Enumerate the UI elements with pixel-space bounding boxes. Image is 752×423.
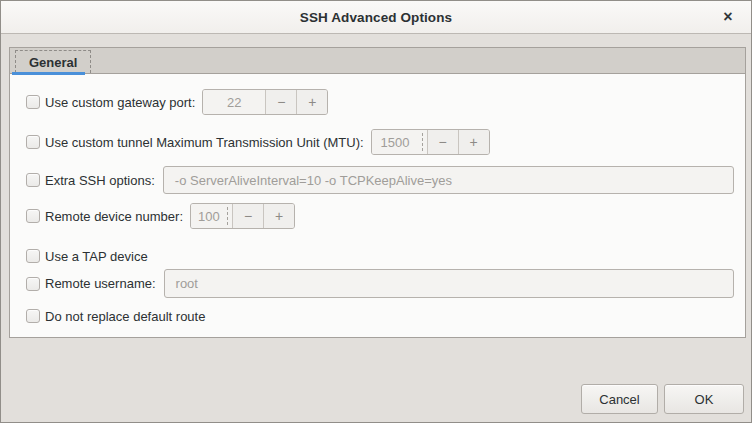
tap-device-checkbox[interactable] (26, 249, 40, 263)
remote-username-checkbox[interactable] (26, 277, 40, 291)
gateway-port-label[interactable]: Use custom gateway port: (45, 95, 195, 110)
tab-bar: General (10, 48, 745, 74)
gateway-port-checkbox[interactable] (26, 95, 40, 109)
cancel-button[interactable]: Cancel (581, 384, 658, 414)
mtu-spinbutton: 1500 − + (371, 129, 490, 155)
remote-device-number-label[interactable]: Remote device number: (45, 209, 183, 224)
gateway-port-spinbutton: 22 − + (202, 89, 328, 115)
notebook: General Use custom gateway port: 22 − + … (9, 47, 746, 338)
plus-icon[interactable]: + (263, 204, 294, 228)
row-remote-device-number: Remote device number: 100 − + (26, 203, 734, 229)
ok-button[interactable]: OK (664, 384, 744, 414)
default-route-label[interactable]: Do not replace default route (45, 309, 205, 324)
row-gateway-port: Use custom gateway port: 22 − + (26, 89, 734, 115)
window-title: SSH Advanced Options (300, 10, 452, 25)
ssh-advanced-options-dialog: { "window": { "title": "SSH Advanced Opt… (0, 0, 752, 423)
default-route-checkbox[interactable] (26, 309, 40, 323)
row-extra-ssh-options: Extra SSH options: -o ServerAliveInterva… (26, 166, 734, 194)
mtu-value[interactable]: 1500 (372, 130, 427, 154)
titlebar: SSH Advanced Options × (1, 1, 751, 34)
close-icon[interactable]: × (718, 9, 738, 25)
plus-icon[interactable]: + (296, 90, 327, 114)
row-default-route: Do not replace default route (26, 303, 734, 329)
active-tab-indicator (12, 72, 85, 75)
gateway-port-value[interactable]: 22 (203, 90, 265, 114)
remote-device-number-value[interactable]: 100 (191, 204, 232, 228)
row-mtu: Use custom tunnel Maximum Transmission U… (26, 129, 734, 155)
extra-ssh-options-label[interactable]: Extra SSH options: (45, 173, 155, 188)
row-remote-username: Remote username: root (26, 269, 734, 298)
tab-general[interactable]: General (15, 50, 91, 73)
mtu-label[interactable]: Use custom tunnel Maximum Transmission U… (45, 135, 364, 150)
minus-icon[interactable]: − (427, 130, 458, 154)
minus-icon[interactable]: − (232, 204, 263, 228)
plus-icon[interactable]: + (458, 130, 489, 154)
mtu-checkbox[interactable] (26, 135, 40, 149)
tab-content-general: Use custom gateway port: 22 − + Use cust… (10, 74, 745, 329)
remote-username-input[interactable]: root (164, 269, 734, 298)
remote-device-number-spinbutton: 100 − + (190, 203, 295, 229)
tap-device-label[interactable]: Use a TAP device (45, 249, 148, 264)
remote-username-label[interactable]: Remote username: (45, 276, 156, 291)
extra-ssh-options-checkbox[interactable] (26, 173, 40, 187)
row-tap-device: Use a TAP device (26, 243, 734, 269)
extra-ssh-options-input[interactable]: -o ServerAliveInterval=10 -o TCPKeepAliv… (163, 166, 734, 194)
minus-icon[interactable]: − (265, 90, 296, 114)
dialog-action-area: Cancel OK (581, 384, 744, 414)
remote-device-number-checkbox[interactable] (26, 209, 40, 223)
